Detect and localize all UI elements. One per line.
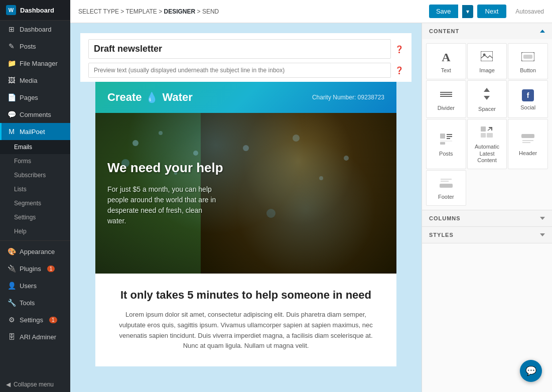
sidebar-item-comments[interactable]: 💬 Comments (0, 106, 70, 123)
sidebar-item-label: Plugins (20, 265, 41, 273)
email-header-block[interactable]: Create 💧 Water Charity Number: 09238723 (95, 82, 396, 113)
button-block-label: Button (520, 67, 536, 74)
breadcrumb-active: DESIGNER (164, 8, 196, 15)
content-section-header[interactable]: CONTENT (422, 23, 552, 39)
columns-section-title: COLUMNS (429, 215, 461, 221)
social-block-label: Social (520, 104, 535, 111)
block-footer[interactable]: Footer (426, 170, 466, 206)
email-hero-block[interactable]: We need your help For just $5 a month, y… (95, 113, 396, 274)
sidebar-item-label: Pages (20, 94, 38, 101)
styles-section: STYLES (422, 227, 552, 243)
chat-icon: 💬 (525, 365, 536, 376)
settings-icon: ⚙ (8, 316, 16, 324)
sidebar-item-label: Dashboard (20, 26, 52, 33)
block-divider[interactable]: Divider (426, 80, 466, 118)
block-spacer[interactable]: Spacer (467, 80, 507, 118)
spacer-block-icon (482, 88, 492, 103)
svg-rect-24 (440, 142, 445, 145)
sidebar-subitem-help[interactable]: Help (0, 224, 70, 238)
sidebar-item-ari-adminer[interactable]: 🗄 ARI Adminer (0, 328, 70, 345)
collapse-label: Collapse menu (14, 381, 54, 388)
block-image[interactable]: Image (467, 43, 507, 79)
sidebar-item-label: File Manager (20, 60, 58, 67)
sidebar-item-label: Appearance (20, 248, 55, 255)
body-paragraph: Lorem ipsum dolor sit amet, consectetur … (115, 310, 376, 351)
preview-text-input[interactable] (88, 63, 391, 78)
content-blocks-grid: A Text Image But (422, 39, 552, 210)
save-button[interactable]: Save (429, 5, 458, 18)
save-dropdown-button[interactable]: ▾ (462, 5, 473, 18)
help-label: Help (14, 228, 27, 235)
sidebar-subitem-emails[interactable]: Emails (0, 140, 70, 154)
breadcrumb: SELECT TYPE > TEMPLATE > DESIGNER > SEND (78, 8, 219, 15)
sidebar-item-pages[interactable]: 📄 Pages (0, 89, 70, 106)
sidebar-item-label: Comments (20, 111, 51, 118)
button-block-icon (521, 51, 534, 64)
sidebar-subitem-settings[interactable]: Settings (0, 210, 70, 224)
image-block-icon (481, 51, 493, 64)
sidebar-item-settings[interactable]: ⚙ Settings 1 (0, 311, 70, 328)
sidebar-subitem-forms[interactable]: Forms (0, 154, 70, 168)
sidebar-subitem-lists[interactable]: Lists (0, 182, 70, 196)
body-heading: It only takes 5 minutes to help someone … (115, 289, 376, 302)
canvas-header-inputs: ❓ ❓ (80, 33, 411, 82)
divider-block-label: Divider (438, 105, 455, 111)
collapse-menu-button[interactable]: ◀ Collapse menu (0, 377, 70, 392)
footer-block-label: Footer (438, 194, 454, 200)
styles-section-arrow (540, 233, 545, 236)
sidebar-subitem-subscribers[interactable]: Subscribers (0, 168, 70, 182)
sidebar-item-mailpoet[interactable]: M MailPoet (0, 123, 70, 140)
subscribers-label: Subscribers (14, 172, 46, 179)
main-area: SELECT TYPE > TEMPLATE > DESIGNER > SEND… (70, 0, 552, 392)
sidebar-item-file-manager[interactable]: 📁 File Manager (0, 55, 70, 72)
sidebar-logo[interactable]: W Dashboard (0, 0, 70, 21)
svg-marker-18 (484, 96, 490, 100)
auto-content-block-icon (481, 126, 493, 141)
plugins-icon: 🔌 (8, 265, 16, 273)
content-section-arrow (540, 30, 545, 33)
posts-block-icon (440, 134, 452, 148)
next-button[interactable]: Next (477, 5, 507, 18)
sidebar-item-media[interactable]: 🖼 Media (0, 72, 70, 89)
block-social[interactable]: f Social (508, 80, 548, 118)
chat-button[interactable]: 💬 (520, 360, 542, 382)
title-help-icon[interactable]: ❓ (395, 45, 403, 53)
sidebar-item-label: Posts (20, 43, 36, 50)
block-header[interactable]: Header (508, 119, 548, 169)
preview-help-icon[interactable]: ❓ (395, 66, 403, 74)
text-block-icon: A (442, 51, 450, 64)
sidebar-item-users[interactable]: 👤 Users (0, 277, 70, 294)
block-button[interactable]: Button (508, 43, 548, 79)
styles-section-title: STYLES (429, 232, 454, 238)
autosaved-status: Autosaved (515, 8, 544, 15)
file-manager-icon: 📁 (8, 59, 16, 67)
email-logo: Create 💧 Water (107, 91, 193, 104)
sidebar-item-plugins[interactable]: 🔌 Plugins 1 (0, 260, 70, 277)
sidebar-item-tools[interactable]: 🔧 Tools (0, 294, 70, 311)
styles-section-header[interactable]: STYLES (422, 227, 552, 243)
columns-section-header[interactable]: COLUMNS (422, 210, 552, 226)
block-auto-content[interactable]: Automatic Latest Content (467, 119, 507, 169)
block-posts[interactable]: Posts (426, 119, 466, 169)
sidebar-item-posts[interactable]: ✎ Posts (0, 38, 70, 55)
sidebar-item-dashboard[interactable]: ⊞ Dashboard (0, 21, 70, 38)
appearance-icon: 🎨 (8, 247, 16, 255)
emails-label: Emails (14, 144, 32, 151)
forms-label: Forms (14, 158, 31, 165)
newsletter-title-input[interactable] (88, 39, 391, 59)
charity-number: Charity Number: 09238723 (312, 94, 384, 101)
sidebar-logo-label: Dashboard (20, 7, 54, 14)
settings-label: Settings (14, 214, 36, 221)
sidebar-divider (0, 240, 70, 241)
svg-rect-13 (523, 55, 532, 59)
sidebar-subitem-segments[interactable]: Segments (0, 196, 70, 210)
comments-icon: 💬 (8, 110, 16, 118)
logo-drop-icon: 💧 (146, 91, 158, 103)
segments-label: Segments (14, 200, 41, 207)
email-body-block[interactable]: It only takes 5 minutes to help someone … (95, 274, 396, 366)
sidebar-item-appearance[interactable]: 🎨 Appearance (0, 243, 70, 260)
block-text[interactable]: A Text (426, 43, 466, 79)
text-block-label: Text (441, 67, 451, 74)
topbar: SELECT TYPE > TEMPLATE > DESIGNER > SEND… (70, 0, 552, 23)
footer-block-icon (440, 178, 453, 191)
